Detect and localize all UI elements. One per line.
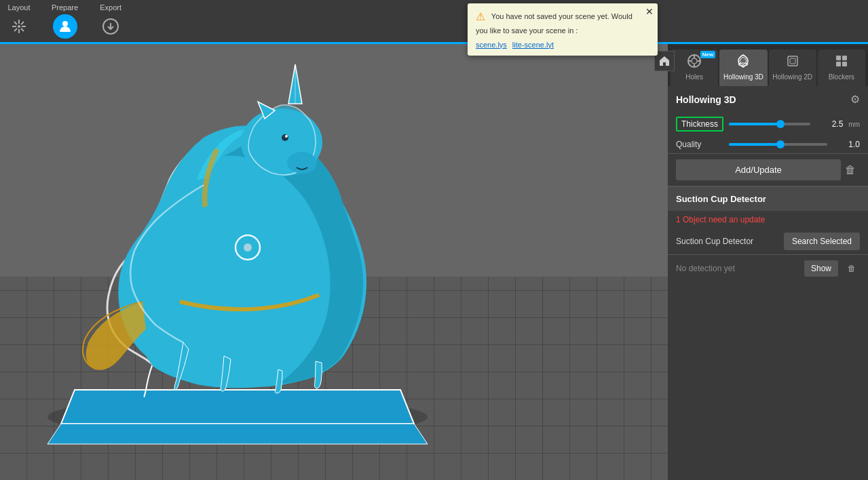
thickness-row: Thickness 2.5 mm (668, 113, 868, 136)
layout-tab[interactable]: Layout (7, 3, 31, 39)
svg-point-0 (18, 25, 20, 28)
holes-tab-icon (687, 54, 702, 72)
viewport[interactable] (0, 44, 678, 480)
hollowing3d-tab-icon (736, 54, 751, 72)
svg-point-14 (282, 134, 288, 141)
right-panel: New Holes (668, 44, 868, 480)
thickness-unit: mm (848, 121, 860, 128)
svg-point-16 (287, 152, 317, 174)
hollowing3d-tab-label: Hollowing 3D (723, 73, 763, 81)
thickness-label: Thickness (676, 117, 723, 132)
export-icon (98, 14, 123, 39)
export-tab[interactable]: Export (98, 3, 123, 39)
suction-cup-row: Suction Cup Detector Search Selected (668, 228, 868, 254)
no-detection-text: No detection yet (676, 264, 799, 273)
tab-hollowing3d[interactable]: Hollowing 3D (719, 49, 767, 86)
thickness-slider-fill (729, 123, 778, 125)
prepare-label: Prepare (52, 3, 78, 12)
blockers-tab-icon (834, 54, 849, 72)
prepare-tab[interactable]: Prepare (52, 3, 78, 39)
warning-icon: ⚠ (476, 11, 485, 22)
scene-lys-link[interactable]: scene.lys (476, 39, 507, 51)
tab-holes[interactable]: New Holes (671, 49, 718, 86)
tab-blockers[interactable]: Blockers (818, 49, 865, 86)
lite-scene-link[interactable]: lite-scene.lyt (512, 39, 554, 51)
svg-line-7 (21, 22, 24, 24)
panel-tabs: New Holes (668, 44, 868, 86)
svg-point-18 (244, 243, 252, 252)
export-label: Export (100, 3, 121, 12)
quality-value: 1.0 (833, 140, 860, 149)
close-notification-button[interactable]: ✕ (645, 6, 654, 17)
thickness-slider[interactable] (729, 123, 810, 125)
search-selected-button[interactable]: Search Selected (784, 233, 860, 250)
show-button[interactable]: Show (804, 260, 838, 277)
settings-gear-button[interactable]: ⚙ (850, 93, 860, 106)
hollowing2d-tab-icon (785, 54, 800, 72)
suction-cup-warning: 1 Object need an update (668, 211, 868, 228)
thickness-value: 2.5 (816, 119, 843, 129)
delete-button[interactable]: 🗑 (841, 164, 860, 176)
detection-delete-button[interactable]: 🗑 (844, 264, 860, 273)
svg-rect-29 (842, 56, 847, 60)
svg-rect-30 (836, 62, 841, 66)
notification-links: scene.lys lite-scene.lyt (476, 39, 637, 51)
quality-label: Quality (676, 140, 723, 149)
quality-slider[interactable] (729, 143, 827, 146)
panel-title-row: Hollowing 3D ⚙ (668, 86, 868, 113)
hollowing2d-tab-label: Hollowing 2D (772, 73, 812, 81)
svg-line-5 (14, 22, 17, 24)
prepare-icon (53, 14, 77, 39)
thickness-slider-thumb (776, 120, 785, 128)
quality-slider-fill (729, 143, 778, 146)
panel-title: Hollowing 3D (676, 94, 736, 105)
suction-cup-detector-label: Suction Cup Detector (676, 237, 778, 246)
add-update-row: Add/Update 🗑 (668, 153, 868, 186)
svg-rect-28 (836, 56, 841, 60)
suction-cup-section-header: Suction Cup Detector (668, 186, 868, 211)
svg-line-8 (14, 28, 17, 31)
suction-cup-title: Suction Cup Detector (676, 194, 766, 204)
svg-rect-27 (790, 58, 795, 64)
svg-point-15 (285, 135, 288, 138)
blockers-tab-label: Blockers (829, 73, 854, 81)
detection-row: No detection yet Show 🗑 (668, 254, 868, 282)
quality-row: Quality 1.0 (668, 136, 868, 153)
unicorn-model (20, 58, 455, 451)
holes-tab-label: Holes (685, 73, 703, 81)
quality-slider-thumb (776, 140, 785, 148)
svg-rect-31 (842, 62, 847, 66)
tab-hollowing2d[interactable]: Hollowing 2D (769, 49, 816, 86)
layout-icon (7, 14, 31, 39)
svg-point-9 (62, 21, 68, 26)
svg-point-20 (692, 58, 697, 64)
svg-line-6 (21, 28, 24, 31)
notification-banner: ⚠ You have not saved your scene yet. Wou… (468, 3, 658, 56)
new-badge: New (700, 51, 715, 58)
layout-label: Layout (7, 3, 30, 12)
add-update-button[interactable]: Add/Update (676, 159, 841, 180)
notification-message: You have not saved your scene yet. Would… (476, 12, 633, 35)
toolbar: Layout Prepare Export (0, 0, 868, 44)
